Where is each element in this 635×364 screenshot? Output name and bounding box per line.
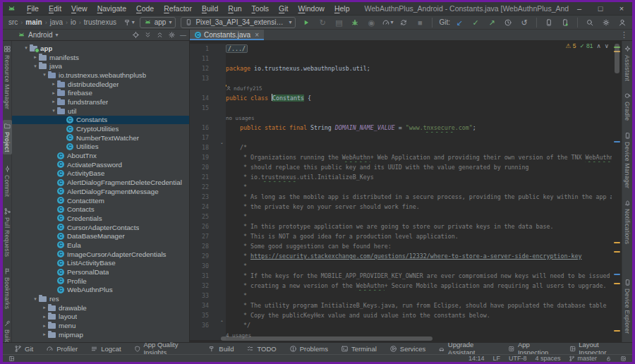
gutter-line-number[interactable]: 17 <box>190 133 218 142</box>
tree-item-credentials[interactable]: CCredentials <box>12 214 189 223</box>
gutter-line-number[interactable]: 21 <box>190 172 218 182</box>
code-line-36[interactable]: 36ˆ */ <box>190 320 612 330</box>
menu-window[interactable]: Window <box>294 2 329 16</box>
code-line-usages[interactable]: no usages <box>190 113 612 123</box>
collapse-all-icon[interactable] <box>156 31 164 39</box>
code-line-33[interactable]: 33 * <box>190 291 612 301</box>
tree-item-webauthnplus[interactable]: CWebAuthnPlus <box>12 286 189 295</box>
code-line-18[interactable]: 18ˇ /* <box>190 142 612 152</box>
code-line-11[interactable]: 11 <box>190 54 612 63</box>
apply-changes-icon[interactable]: ↻ <box>317 17 328 28</box>
code-line-author[interactable]: nduffy215 <box>190 83 612 93</box>
tree-item-manifests[interactable]: ▸manifests <box>12 53 189 62</box>
toolwindow-build-button[interactable]: Build <box>202 343 239 354</box>
git-commit-icon[interactable]: ✓ <box>470 17 481 28</box>
git-history-icon[interactable] <box>502 17 514 28</box>
tree-item-drawable[interactable]: ▸drawable <box>12 303 189 313</box>
gutter-line-number[interactable]: 36 <box>190 320 218 330</box>
toolwindow-stripe-bookmarks[interactable]: Bookmarks <box>4 267 11 309</box>
gutter-line-number[interactable]: 29 <box>190 251 218 261</box>
next-problem-icon[interactable]: ∨ <box>605 42 609 49</box>
tree-item-contactitem[interactable]: CContactItem <box>12 196 189 205</box>
gutter-line-number[interactable] <box>190 113 218 123</box>
tree-item-app[interactable]: ▾app <box>12 44 189 53</box>
menu-tools[interactable]: Tools <box>247 2 274 16</box>
code-line-31[interactable]: 31 * If the keys for the MOBILE_APP_PROV… <box>190 271 612 281</box>
toolwindow-stripe-assistant[interactable]: Assistant <box>624 45 631 81</box>
toolwindow-stripe-device-manager[interactable]: Device Manager <box>624 132 631 188</box>
tree-item-distributedledger[interactable]: ▸distributedledger <box>12 80 189 89</box>
prev-problem-icon[interactable]: ∧ <box>597 42 601 49</box>
editor-vertical-scrollbar[interactable] <box>615 44 619 73</box>
tree-item-abouttnx[interactable]: CAboutTnx <box>12 151 189 160</box>
gutter-line-number[interactable] <box>190 83 218 93</box>
gutter-line-number[interactable]: 18 <box>190 142 218 152</box>
gutter-line-number[interactable]: 11 <box>190 54 218 63</box>
inspections-widget[interactable]: ⚠ 5 ✓ 81 ∧ ∨ <box>566 42 609 49</box>
code-line-20[interactable]: 20 * should replace this public key and … <box>190 162 612 172</box>
panel-settings-icon[interactable] <box>168 31 176 39</box>
gutter-line-number[interactable]: 15 <box>190 103 218 113</box>
gutter-line-number[interactable]: 34 <box>190 301 218 310</box>
gutter-line-number[interactable]: 22 <box>190 182 218 192</box>
breadcrumb-item-io[interactable]: io <box>69 18 78 26</box>
code-line-15[interactable]: 15 <box>190 103 612 113</box>
tree-item-contacts[interactable]: CContacts <box>12 205 189 214</box>
tree-item-res[interactable]: ▾res <box>12 294 189 303</box>
code-line-22[interactable]: 22 * <box>190 182 612 192</box>
tree-item-java[interactable]: ▾java <box>12 61 189 71</box>
gutter-line-number[interactable]: 25 <box>190 212 218 222</box>
tree-item-imagecursoradaptercredentials[interactable]: CImageCursorAdapterCredentials <box>12 250 189 259</box>
run-button[interactable] <box>301 17 312 28</box>
gutter-line-number[interactable]: 32 <box>190 281 218 291</box>
tree-item-layout[interactable]: ▸layout <box>12 313 189 322</box>
git-update-icon[interactable]: ↙ <box>454 17 465 28</box>
gutter-line-number[interactable] <box>190 330 218 340</box>
status-icon-widget[interactable] <box>605 356 612 362</box>
gutter-line-number[interactable]: 23 <box>190 192 218 202</box>
code-line-35[interactable]: 35 * Copy the publicKeyHex value and uui… <box>190 310 612 320</box>
tree-item-util[interactable]: ▾util <box>12 107 189 116</box>
gutter-line-number[interactable]: 12 <box>190 63 218 73</box>
tree-item-firebase[interactable]: ▸firebase <box>12 88 189 97</box>
tab-options-icon[interactable]: ⋮ <box>616 30 632 40</box>
gutter-line-number[interactable]: 19 <box>190 152 218 162</box>
gutter-line-number[interactable]: 14 <box>190 93 218 103</box>
breadcrumb-item-java[interactable]: java <box>49 18 64 26</box>
settings-icon[interactable] <box>600 17 612 28</box>
code-line-26[interactable]: 26 * In this prototype application we ar… <box>190 222 612 231</box>
toolwindow-git-button[interactable]: Git <box>8 343 39 354</box>
toolwindow-toggle-icon[interactable] <box>8 356 15 362</box>
code-line-21[interactable]: 21 * io.trustnexus.util.InitializeB_Keys <box>190 172 612 182</box>
tree-item-alertdialogfragmentmessage[interactable]: CAlertDialogFragmentMessage <box>12 187 189 196</box>
status-lf[interactable]: LF <box>492 355 500 362</box>
profiler-dropdown-icon[interactable]: ▾ <box>382 17 393 28</box>
locate-file-icon[interactable] <box>132 31 140 39</box>
status-4-spaces[interactable]: 4 spaces <box>535 355 560 362</box>
toolwindow-terminal-button[interactable]: Terminal <box>335 343 382 354</box>
code-line-34[interactable]: 34 * The utility program InitializeB_Key… <box>190 301 612 310</box>
toolwindow-upgrade-assistant-button[interactable]: Upgrade Assistant <box>433 343 501 354</box>
tree-item-menu[interactable]: ▸menu <box>12 321 189 330</box>
breadcrumb-item-trustnexus[interactable]: trustnexus <box>83 18 118 26</box>
tree-item-numbertextwatcher[interactable]: CNumberTextWatcher <box>12 133 189 142</box>
breadcrumb-item-main[interactable]: main <box>24 18 43 26</box>
code-line-25[interactable]: 25 * <box>190 212 612 222</box>
tree-item-utilities[interactable]: CUtilities <box>12 142 189 152</box>
tree-item-listactivitybase[interactable]: CListActivityBase <box>12 259 189 268</box>
menu-run[interactable]: Run <box>223 2 246 16</box>
code-line-14[interactable]: 14public class Constants { <box>190 93 612 103</box>
code-line-24[interactable]: 24 * the private key on your server shou… <box>190 202 612 212</box>
gutter-line-number[interactable]: 13 <box>190 73 218 83</box>
code-line-28[interactable]: 28 * Some good suggestions can be found … <box>190 241 612 251</box>
code-line-19[interactable]: 19 * Organizations running the WebAuthn+… <box>190 152 612 162</box>
pair-device-icon[interactable] <box>560 17 571 28</box>
tree-item-alertdialogfragmentdeletecredential[interactable]: CAlertDialogFragmentDeleteCredential <box>12 178 189 187</box>
menu-code[interactable]: Code <box>131 2 159 16</box>
gutter-line-number[interactable]: 16 <box>190 123 218 133</box>
run-config-app-dropdown[interactable]: app▾ <box>140 17 176 28</box>
code-line-23[interactable]: 23 * As long as the mobile app is distri… <box>190 192 612 202</box>
tree-item-mipmap[interactable]: ▸mipmap <box>12 330 189 339</box>
code-line-12[interactable]: 12package io.trustnexus.webauthnplusb.ut… <box>190 63 612 73</box>
editor-horizontal-scrollbar[interactable] <box>221 336 433 341</box>
